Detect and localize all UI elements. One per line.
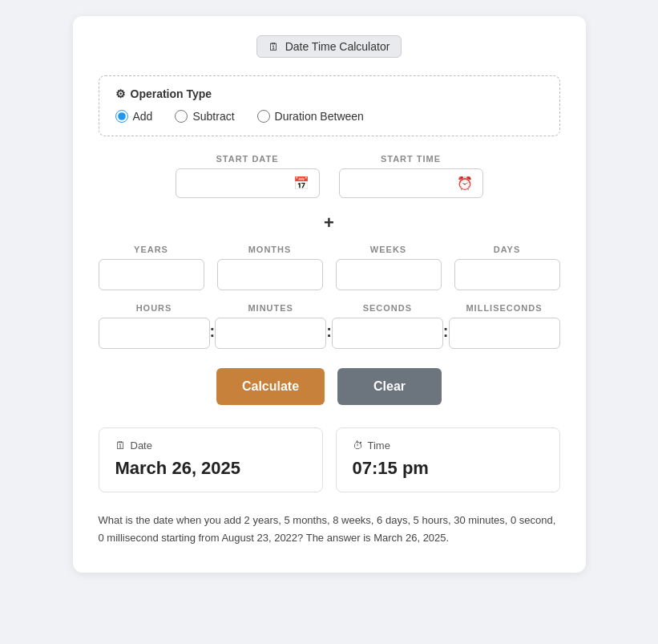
radio-subtract[interactable]: Subtract	[175, 110, 234, 123]
start-date-input-wrapper[interactable]: 08/23/2022 📅	[176, 168, 320, 198]
years-label: YEARS	[134, 245, 168, 254]
radio-add-input[interactable]	[115, 110, 128, 123]
days-input[interactable]: 6	[454, 259, 560, 290]
time-row: HOURS 5 : MINUTES 30 : SECONDS -- : MILL…	[99, 303, 560, 349]
clear-button[interactable]: Clear	[337, 368, 442, 405]
separator-1: :	[210, 322, 216, 349]
years-field: YEARS 2	[99, 245, 204, 290]
years-input[interactable]: 2	[99, 259, 204, 290]
buttons-row: Calculate Clear	[99, 368, 560, 405]
time-result-icon	[353, 439, 363, 452]
app-title: Date Time Calculator	[285, 40, 390, 53]
hours-field: HOURS 5	[99, 303, 210, 349]
milliseconds-field: MILLISECONDS --	[449, 303, 560, 349]
hours-input[interactable]: 5	[99, 318, 210, 349]
radio-duration-between[interactable]: Duration Between	[257, 110, 364, 123]
start-date-input[interactable]: 08/23/2022	[186, 176, 285, 190]
date-result-value: March 26, 2025	[115, 458, 306, 479]
time-result-card: Time 07:15 pm	[336, 427, 560, 492]
time-result-title: Time	[353, 439, 543, 452]
months-label: MONTHS	[248, 245, 292, 254]
date-time-row: START DATE 08/23/2022 📅 START TIME 01:45…	[99, 154, 560, 198]
calendar-icon	[268, 40, 279, 53]
title-bar: Date Time Calculator	[99, 35, 560, 58]
months-input[interactable]: 5	[217, 259, 323, 290]
hours-label: HOURS	[136, 303, 172, 313]
title-button: Date Time Calculator	[256, 35, 402, 58]
time-picker-icon: ⏰	[457, 176, 473, 191]
date-result-icon	[115, 439, 126, 452]
start-time-group: START TIME 01:45 PM ⏰	[339, 154, 483, 198]
duration-grid: YEARS 2 MONTHS 5 WEEKS 8 DAYS 6	[99, 245, 560, 290]
explanation-text: What is the date when you add 2 years, 5…	[99, 512, 560, 547]
milliseconds-label: MILLISECONDS	[466, 303, 542, 313]
weeks-input[interactable]: 8	[336, 259, 442, 290]
start-time-input-wrapper[interactable]: 01:45 PM ⏰	[339, 168, 483, 198]
days-field: DAYS 6	[454, 245, 560, 290]
seconds-field: SECONDS --	[332, 303, 443, 349]
minutes-field: MINUTES 30	[215, 303, 326, 349]
operation-type-section: Operation Type Add Subtract Duration Bet…	[99, 75, 560, 136]
weeks-field: WEEKS 8	[336, 245, 442, 290]
gear-icon	[115, 87, 126, 100]
seconds-label: SECONDS	[363, 303, 412, 313]
radio-add[interactable]: Add	[115, 110, 153, 123]
operation-type-title: Operation Type	[115, 87, 543, 100]
radio-group: Add Subtract Duration Between	[115, 110, 543, 123]
result-cards: Date March 26, 2025 Time 07:15 pm	[99, 427, 560, 492]
minutes-label: MINUTES	[248, 303, 293, 313]
date-picker-icon: 📅	[293, 176, 309, 191]
calculate-button[interactable]: Calculate	[216, 368, 325, 405]
months-field: MONTHS 5	[217, 245, 323, 290]
main-container: Date Time Calculator Operation Type Add …	[73, 16, 586, 573]
plus-symbol: +	[99, 213, 560, 233]
start-time-label: START TIME	[381, 154, 441, 164]
weeks-label: WEEKS	[370, 245, 406, 254]
days-label: DAYS	[494, 245, 521, 254]
separator-2: :	[326, 322, 332, 349]
separator-3: :	[443, 322, 449, 349]
milliseconds-input[interactable]: --	[449, 318, 560, 349]
start-date-group: START DATE 08/23/2022 📅	[176, 154, 320, 198]
start-date-label: START DATE	[216, 154, 278, 164]
radio-duration-input[interactable]	[257, 110, 270, 123]
minutes-input[interactable]: 30	[215, 318, 326, 349]
start-time-input[interactable]: 01:45 PM	[349, 176, 449, 190]
date-result-title: Date	[115, 439, 306, 452]
seconds-input[interactable]: --	[332, 318, 443, 349]
radio-subtract-input[interactable]	[175, 110, 188, 123]
date-result-card: Date March 26, 2025	[99, 427, 323, 492]
time-result-value: 07:15 pm	[353, 458, 543, 479]
